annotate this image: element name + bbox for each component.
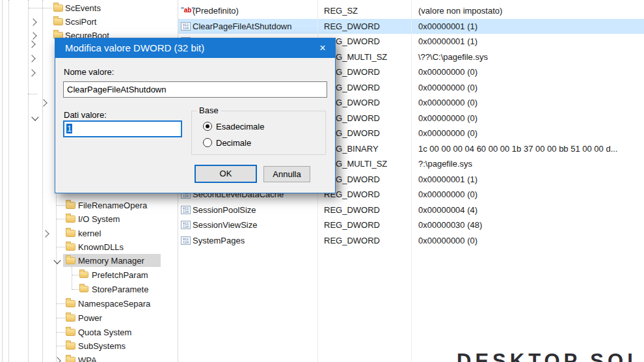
tree-connector bbox=[57, 346, 65, 346]
chevron-right-icon[interactable] bbox=[40, 99, 47, 106]
tree-item-label: I/O System bbox=[78, 214, 120, 224]
cancel-button[interactable]: Annulla bbox=[263, 166, 310, 182]
chevron-right-icon[interactable] bbox=[42, 230, 49, 237]
chevron-right-icon[interactable] bbox=[29, 32, 36, 39]
regedit-window: ScEvents ScsiPort SecureBoot FileRenameO… bbox=[0, 0, 644, 362]
tree-item-label: Quota System bbox=[78, 327, 131, 337]
tree-item-quota-system[interactable]: Quota System bbox=[0, 326, 177, 339]
folder-icon bbox=[79, 286, 88, 292]
value-name: SystemPages bbox=[193, 236, 245, 245]
folder-icon bbox=[66, 342, 75, 350]
tree-connector bbox=[29, 8, 52, 8]
value-data-label: Dati valore: bbox=[64, 110, 107, 120]
tree-item-kernel[interactable]: kernel bbox=[0, 227, 177, 240]
tree-item-prefetchparameters[interactable]: PrefetchParam bbox=[0, 268, 177, 282]
value-data: 0x00000000 (0) bbox=[418, 128, 477, 138]
tree-item-wpa[interactable]: WPA bbox=[0, 354, 177, 362]
chevron-right-icon[interactable] bbox=[28, 55, 35, 62]
tree-item-label: SubSystems bbox=[78, 341, 126, 351]
value-data: 0x00000000 (0) bbox=[418, 189, 477, 199]
tree-item-label: ScsiPort bbox=[65, 17, 96, 27]
folder-icon bbox=[66, 257, 75, 264]
value-data: 0x00000004 (4) bbox=[418, 205, 477, 215]
hexadecimal-radio[interactable] bbox=[203, 122, 212, 131]
tree-item-label: kernel bbox=[78, 229, 101, 238]
value-data: 0x00000000 (0) bbox=[418, 67, 477, 77]
close-icon[interactable]: × bbox=[310, 38, 335, 58]
tree-connector bbox=[57, 219, 65, 219]
folder-icon bbox=[66, 329, 75, 336]
base-groupbox bbox=[191, 111, 326, 155]
chevron-right-icon[interactable] bbox=[29, 18, 36, 25]
dialog-title: Modifica valore DWORD (32 bit) bbox=[55, 38, 335, 58]
value-data: ?:\pagefile.sys bbox=[418, 159, 472, 169]
folder-icon bbox=[66, 300, 75, 307]
value-name-label: Nome valore: bbox=[64, 67, 114, 77]
chevron-down-icon[interactable] bbox=[31, 113, 38, 120]
tree-item-subsystems[interactable]: SubSystems bbox=[0, 339, 177, 353]
value-type: REG_DWORD bbox=[324, 205, 380, 215]
folder-icon bbox=[79, 272, 88, 278]
column-separator[interactable] bbox=[411, 0, 412, 362]
dword-value-icon: 011110 bbox=[181, 22, 191, 31]
tree-item-label: KnownDLLs bbox=[78, 242, 124, 252]
tree-item-scsiport[interactable]: ScsiPort bbox=[0, 15, 177, 29]
tree-connector bbox=[72, 275, 79, 275]
hexadecimal-radio-label: Esadecimale bbox=[216, 122, 264, 132]
tree-item-label: Memory Manager bbox=[78, 256, 144, 266]
tree-item-filerenameoperations[interactable]: FileRenameOpera bbox=[0, 199, 177, 212]
value-data: 0x00000001 (1) bbox=[418, 36, 477, 46]
chevron-right-icon[interactable] bbox=[28, 69, 35, 76]
folder-icon bbox=[66, 216, 75, 223]
value-data: 0x00000000 (0) bbox=[418, 98, 477, 107]
tree-item-power[interactable]: Power bbox=[0, 311, 177, 325]
tree-item-io-system[interactable]: I/O System bbox=[0, 212, 177, 226]
selected-text: 1 bbox=[66, 124, 72, 133]
tree-item-label: WPA bbox=[78, 355, 97, 362]
value-name: ClearPageFileAtShutdown bbox=[193, 21, 291, 31]
tree-item-knowndlls[interactable]: KnownDLLs bbox=[0, 240, 177, 254]
chevron-right-icon[interactable] bbox=[53, 357, 60, 362]
tree-item-label: PrefetchParam bbox=[92, 270, 148, 280]
value-data: \??\C:\pagefile.sys bbox=[418, 52, 488, 62]
decimal-radio[interactable] bbox=[203, 138, 212, 147]
tree-connector bbox=[57, 303, 65, 304]
tree-connector bbox=[57, 205, 65, 206]
tree-item-memory-management[interactable]: Memory Manager bbox=[0, 254, 177, 268]
value-data: 0x00000000 (0) bbox=[418, 83, 477, 92]
value-data: 0x00000000 (0) bbox=[418, 113, 477, 123]
tree-connector bbox=[28, 94, 37, 94]
dword-value-icon: 011110 bbox=[181, 221, 191, 229]
value-name-field[interactable]: ClearPageFileAtShutdown bbox=[63, 81, 327, 98]
tree-item-scevents[interactable]: ScEvents bbox=[0, 1, 177, 15]
value-data: 1c 00 00 00 04 60 00 00 1b 37 00 00 bb 5… bbox=[418, 144, 617, 154]
tree-connector bbox=[57, 247, 65, 247]
folder-icon bbox=[53, 18, 63, 25]
value-type: REG_DWORD bbox=[324, 236, 380, 245]
ok-button[interactable]: OK bbox=[195, 165, 257, 183]
value-data-field[interactable]: 1 bbox=[63, 120, 182, 137]
dword-value-icon: 011110 bbox=[181, 206, 191, 214]
base-group-label: Base bbox=[196, 105, 221, 115]
decimal-radio-label: Decimale bbox=[216, 138, 251, 148]
value-data: (valore non impostato) bbox=[418, 6, 502, 16]
string-value-icon: "ab" bbox=[181, 7, 193, 15]
tree-item-label: FileRenameOpera bbox=[78, 201, 147, 210]
value-type: REG_SZ bbox=[324, 6, 358, 16]
edit-dword-dialog: Modifica valore DWORD (32 bit) × Nome va… bbox=[55, 38, 336, 193]
value-name: (Predefinito) bbox=[193, 6, 239, 16]
value-data: 0x00000001 (1) bbox=[418, 174, 477, 184]
tree-item-label: NamespaceSepara bbox=[78, 299, 150, 309]
value-data: 0x00000001 (1) bbox=[418, 21, 477, 31]
tree-connector bbox=[57, 332, 65, 333]
chevron-down-icon[interactable] bbox=[53, 257, 60, 264]
tree-item-label: StoreParamete bbox=[92, 285, 148, 294]
folder-icon bbox=[66, 244, 75, 251]
value-data: 0x00000000 (0) bbox=[418, 236, 477, 245]
watermark-text: DESKTOP SOLUTION bbox=[457, 350, 644, 362]
folder-icon bbox=[66, 202, 75, 209]
value-data: 0x00000030 (48) bbox=[418, 220, 482, 230]
tree-item-namespaceseparation[interactable]: NamespaceSepara bbox=[0, 297, 177, 311]
tree-item-storeparameters[interactable]: StoreParamete bbox=[0, 283, 177, 296]
folder-icon bbox=[53, 5, 63, 12]
